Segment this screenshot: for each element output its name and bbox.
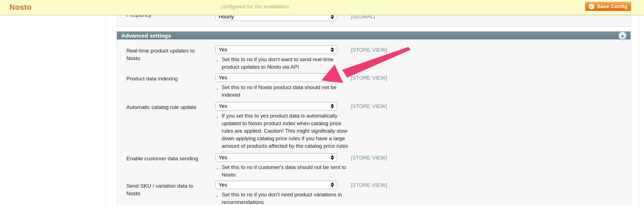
scope-label: [STORE VIEW]	[351, 181, 387, 188]
note-text: Set this to no if customer's data should…	[222, 164, 346, 178]
sku-variation-select[interactable]: Yes	[216, 181, 337, 189]
scope-label: [STORE VIEW]	[351, 46, 387, 53]
chevron-up-icon: ▲	[621, 34, 624, 37]
note-marker-icon: ▲	[216, 113, 219, 121]
page: Frequency Hourly [GLOBAL] Advanced setti…	[0, 0, 644, 205]
scope-label: [STORE VIEW]	[351, 73, 387, 81]
scope-label: [STORE VIEW]	[351, 153, 387, 161]
save-config-label: Save Config	[597, 3, 628, 9]
select-arrows-icon	[331, 75, 334, 80]
advanced-settings-body: Real-time product updates to Nosto Yes ▲…	[117, 39, 631, 205]
row-realtime-product-updates: Real-time product updates to Nosto Yes ▲…	[126, 46, 631, 71]
note-text: Set this to no if you don't want to send…	[222, 56, 333, 70]
field-label: Product data indexing	[126, 73, 206, 82]
advanced-settings-section: Advanced settings ▲ Real-time product up…	[117, 31, 631, 205]
note-text: If you set this to yes product data is a…	[222, 113, 348, 149]
save-config-button[interactable]: ✓ Save Config	[585, 2, 631, 11]
select-arrows-icon	[331, 182, 334, 187]
field-label: Send SKU / variation data to Nosto	[126, 181, 206, 197]
select-value: Yes	[219, 154, 331, 161]
product-data-indexing-select[interactable]: Yes	[216, 73, 337, 82]
field-note: ▲ Set this to no if you don't need produ…	[216, 191, 350, 205]
field-label: Real-time product updates to Nosto	[126, 46, 206, 62]
scope-label: [STORE VIEW]	[351, 102, 387, 109]
field-note: ▲ If you set this to yes product data is…	[216, 112, 350, 150]
field-note: ▲ Set this to no if Nosto product data s…	[216, 84, 350, 99]
faded-header-text: configured for the installation.	[221, 4, 290, 10]
check-icon: ✓	[589, 4, 595, 9]
field-label: Automatic catalog rule update	[126, 102, 206, 111]
note-marker-icon: ▲	[216, 192, 219, 199]
field-note: ▲ Set this to no if you don't want to se…	[216, 56, 350, 71]
select-value: Yes	[219, 182, 331, 188]
note-text: Set this to no if you don't need product…	[222, 192, 342, 205]
top-header-bar: Nosto configured for the installation. ✓…	[0, 0, 644, 15]
row-automatic-catalog-rule-update: Automatic catalog rule update Yes ▲ If y…	[126, 102, 631, 150]
row-product-data-indexing: Product data indexing Yes ▲ Set this to …	[126, 73, 631, 99]
left-panel-divider	[106, 15, 106, 205]
advanced-settings-header: Advanced settings ▲	[117, 32, 631, 39]
select-arrows-icon	[331, 104, 334, 109]
select-value: Yes	[219, 103, 331, 109]
note-marker-icon: ▲	[216, 85, 219, 92]
select-value: Yes	[219, 47, 331, 53]
scrollbar-track-edge[interactable]	[639, 15, 640, 205]
select-value: Yes	[219, 75, 331, 81]
advanced-settings-title: Advanced settings	[117, 32, 171, 39]
row-send-sku-variation-data: Send SKU / variation data to Nosto Yes ▲…	[126, 181, 631, 205]
select-arrows-icon	[331, 47, 334, 52]
customer-data-sending-select[interactable]: Yes	[216, 153, 337, 162]
note-text: Set this to no if Nosto product data sho…	[222, 84, 337, 98]
collapse-section-button[interactable]: ▲	[618, 32, 627, 40]
note-marker-icon: ▲	[216, 57, 219, 64]
note-marker-icon: ▲	[216, 165, 219, 172]
field-label: Enable customer data sending	[126, 153, 206, 162]
field-note: ▲ Set this to no if customer's data shou…	[216, 163, 350, 178]
realtime-updates-select[interactable]: Yes	[216, 46, 337, 54]
nosto-logo: Nosto	[10, 3, 32, 12]
select-arrows-icon	[331, 155, 334, 160]
row-enable-customer-data-sending: Enable customer data sending Yes ▲ Set t…	[126, 153, 631, 178]
catalog-rule-update-select[interactable]: Yes	[216, 102, 337, 110]
